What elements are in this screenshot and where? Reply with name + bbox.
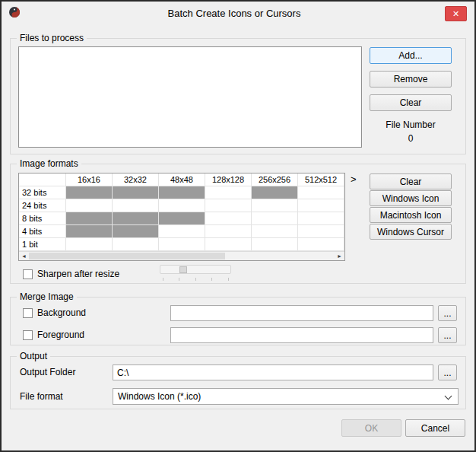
background-checkbox[interactable]: [23, 308, 33, 318]
format-cell[interactable]: [66, 225, 113, 238]
format-row-label: 24 bits: [19, 199, 66, 212]
format-column-header: 256x256: [252, 173, 298, 186]
format-row-label: 32 bits: [19, 186, 66, 199]
format-cell[interactable]: [298, 186, 344, 199]
scroll-left-icon[interactable]: ◄: [19, 252, 29, 260]
files-group-label: Files to process: [17, 33, 87, 44]
format-row-label: 8 bits: [19, 212, 66, 225]
format-cell[interactable]: [113, 212, 159, 225]
format-column-header: 512x512: [298, 173, 344, 186]
format-cell[interactable]: [205, 199, 252, 212]
format-cell[interactable]: [298, 212, 344, 225]
format-cell[interactable]: [205, 238, 252, 251]
close-button[interactable]: ✕: [445, 6, 467, 21]
format-cell[interactable]: [159, 238, 205, 251]
format-cell[interactable]: [252, 186, 298, 199]
macintosh-icon-preset-button[interactable]: Macintosh Icon: [370, 207, 452, 223]
format-cell[interactable]: [66, 186, 113, 199]
merge-group-label: Merge Image: [17, 291, 77, 303]
slider-tick: [179, 278, 179, 281]
format-cell[interactable]: [66, 199, 113, 212]
format-row: 32 bits: [19, 186, 344, 199]
format-cell[interactable]: [298, 225, 344, 238]
merge-group: Merge Image Background ... Foreground ..…: [10, 297, 466, 345]
format-cell[interactable]: [159, 212, 205, 225]
formats-group-label: Image formats: [17, 158, 81, 170]
formats-grid: 16x1632x3248x48128x128256x256512x51232 b…: [18, 173, 345, 261]
batch-create-dialog: Batch Create Icons or Cursors ✕ Files to…: [0, 0, 476, 452]
format-cell[interactable]: [113, 225, 159, 238]
format-row: 24 bits: [19, 199, 344, 212]
format-cell[interactable]: [298, 199, 344, 212]
window-title: Batch Create Icons or Cursors: [32, 8, 436, 19]
format-cell[interactable]: [159, 225, 205, 238]
foreground-input[interactable]: [170, 327, 433, 343]
formats-corner-cell: [19, 173, 66, 186]
format-column-header: 32x32: [113, 173, 159, 186]
clear-formats-button[interactable]: Clear: [370, 173, 452, 189]
format-cell[interactable]: [298, 238, 344, 251]
format-cell[interactable]: [113, 186, 159, 199]
format-cell[interactable]: [252, 238, 298, 251]
slider-tick: [195, 278, 196, 281]
format-column-header: 128x128: [205, 173, 252, 186]
windows-cursor-preset-button[interactable]: Windows Cursor: [370, 224, 452, 240]
slider-track: [160, 265, 231, 274]
scrollbar-thumb[interactable]: [29, 253, 225, 259]
add-button[interactable]: Add...: [370, 47, 452, 64]
background-label: Background: [37, 307, 86, 319]
formats-grid-rows: 16x1632x3248x48128x128256x256512x51232 b…: [19, 173, 344, 251]
format-column-header: 48x48: [159, 173, 205, 186]
output-group: Output Output Folder ... File format Win…: [10, 356, 466, 409]
format-cell[interactable]: [252, 212, 298, 225]
format-row: 1 bit: [19, 238, 344, 251]
close-icon: ✕: [452, 9, 459, 19]
windows-icon-preset-button[interactable]: Windows Icon: [370, 190, 452, 206]
foreground-label: Foreground: [37, 329, 84, 341]
file-format-dropdown[interactable]: Windows Icon (*.ico): [113, 388, 459, 405]
scroll-right-icon[interactable]: ►: [335, 252, 344, 260]
format-cell[interactable]: [252, 225, 298, 238]
remove-button[interactable]: Remove: [370, 71, 452, 88]
format-cell[interactable]: [205, 225, 252, 238]
slider-tick: [163, 278, 163, 281]
file-number-value: 0: [370, 133, 452, 145]
format-row-label: 1 bit: [19, 238, 66, 251]
chevron-down-icon: [445, 393, 452, 400]
slider-thumb[interactable]: [179, 266, 187, 273]
clear-files-button[interactable]: Clear: [370, 94, 452, 111]
format-cell[interactable]: [159, 199, 205, 212]
sharpen-label: Sharpen after resize: [37, 269, 119, 280]
files-group: Files to process Add... Remove Clear Fil…: [10, 38, 466, 154]
sharpen-checkbox[interactable]: [23, 269, 33, 279]
format-cell[interactable]: [205, 186, 252, 199]
formats-scrollbar[interactable]: ◄ ►: [19, 251, 344, 260]
formats-group: Image formats 16x1632x3248x48128x128256x…: [10, 164, 466, 284]
formats-header-row: 16x1632x3248x48128x128256x256512x512: [19, 173, 344, 186]
slider-tick: [228, 278, 229, 281]
format-row: 4 bits: [19, 225, 344, 238]
ok-button[interactable]: OK: [341, 419, 401, 437]
background-browse-button[interactable]: ...: [438, 305, 457, 321]
cancel-button[interactable]: Cancel: [405, 419, 465, 437]
file-number-label: File Number: [370, 119, 452, 131]
format-cell[interactable]: [113, 199, 159, 212]
foreground-checkbox[interactable]: [23, 330, 33, 340]
slider-tick: [211, 278, 212, 281]
format-cell[interactable]: [66, 238, 113, 251]
files-list[interactable]: [18, 46, 362, 148]
format-cell[interactable]: [252, 199, 298, 212]
format-cell[interactable]: [113, 238, 159, 251]
format-column-header: 16x16: [66, 173, 113, 186]
background-input[interactable]: [170, 305, 433, 321]
output-folder-browse-button[interactable]: ...: [438, 364, 457, 380]
format-row: 8 bits: [19, 212, 344, 225]
foreground-browse-button[interactable]: ...: [438, 327, 457, 343]
output-folder-label: Output Folder: [20, 367, 75, 378]
more-columns-icon[interactable]: >: [351, 173, 357, 185]
format-cell[interactable]: [205, 212, 252, 225]
format-cell[interactable]: [159, 186, 205, 199]
sharpen-slider[interactable]: [160, 264, 231, 275]
format-cell[interactable]: [66, 212, 113, 225]
output-folder-input[interactable]: [113, 364, 433, 380]
